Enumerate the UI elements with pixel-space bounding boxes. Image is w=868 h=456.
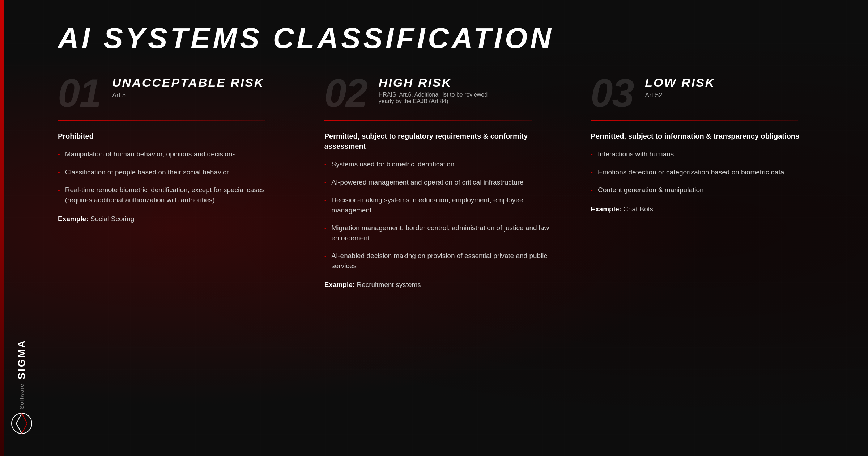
col3-example: Example: Chat Bots: [591, 205, 821, 213]
col3-title: LOW RISK: [645, 76, 715, 89]
col1-title: UNACCEPTABLE RISK: [112, 76, 264, 89]
list-item: Migration management, border control, ad…: [324, 223, 555, 243]
list-item: Classification of people based on their …: [58, 167, 288, 177]
col2-example-label: Example:: [324, 281, 355, 288]
col1-example-value: Social Scoring: [90, 215, 134, 223]
col1-title-block: UNACCEPTABLE RISK Art.5: [112, 73, 264, 99]
columns-container: 01 UNACCEPTABLE RISK Art.5 Prohibited Ma…: [58, 73, 839, 434]
sidebar-logo: SIGMA Software: [11, 339, 33, 434]
col3-title-block: LOW RISK Art.52: [645, 73, 715, 99]
col2-number: 02: [324, 73, 371, 113]
list-item: Content generation & manipulation: [591, 185, 821, 195]
col2-subtitle: HRAIS, Art.6, Additional list to be revi…: [379, 92, 494, 105]
col1-example-label: Example:: [58, 215, 88, 223]
list-item: Manipulation of human behavior, opinions…: [58, 149, 288, 159]
sigma-sub-text: Software: [19, 383, 25, 409]
list-item: Interactions with humans: [591, 149, 821, 159]
col2-section-label: Permitted, subject to regulatory require…: [324, 131, 555, 151]
col1-number: 01: [58, 73, 105, 113]
list-item: Emotions detection or categorization bas…: [591, 167, 821, 177]
col1-example: Example: Social Scoring: [58, 215, 288, 223]
col3-header: 03 LOW RISK Art.52: [591, 73, 821, 113]
column-low-risk: 03 LOW RISK Art.52 Permitted, subject to…: [573, 73, 839, 434]
col2-header: 02 HIGH RISK HRAIS, Art.6, Additional li…: [324, 73, 555, 113]
list-item: Systems used for biometric identificatio…: [324, 159, 555, 169]
col3-bullet-list: Interactions with humans Emotions detect…: [591, 149, 821, 195]
col3-example-value: Chat Bots: [623, 205, 653, 213]
sigma-logo-icon: [11, 413, 33, 434]
column-high-risk: 02 HIGH RISK HRAIS, Art.6, Additional li…: [306, 73, 573, 434]
list-item: Decision-making systems in education, em…: [324, 195, 555, 215]
left-accent: [0, 0, 4, 456]
col1-section-label: Prohibited: [58, 131, 288, 141]
col3-example-label: Example:: [591, 205, 621, 213]
col3-divider: [591, 120, 798, 121]
col2-title-block: HIGH RISK HRAIS, Art.6, Additional list …: [379, 73, 494, 105]
col1-divider: [58, 120, 265, 121]
page-content: AI SYSTEMS CLASSIFICATION 01 UNACCEPTABL…: [0, 0, 868, 456]
col1-bullet-list: Manipulation of human behavior, opinions…: [58, 149, 288, 205]
col1-header: 01 UNACCEPTABLE RISK Art.5: [58, 73, 288, 113]
list-item: AI-enabled decision making on provision …: [324, 251, 555, 271]
col2-bullet-list: Systems used for biometric identificatio…: [324, 159, 555, 271]
list-item: Real-time remote biometric identificatio…: [58, 185, 288, 205]
col1-subtitle: Art.5: [112, 92, 264, 99]
page-title: AI SYSTEMS CLASSIFICATION: [58, 22, 839, 55]
sigma-brand-text: SIGMA: [16, 339, 27, 380]
col2-example-value: Recruitment systems: [357, 281, 421, 288]
col3-section-label: Permitted, subject to information & tran…: [591, 131, 821, 141]
col3-number: 03: [591, 73, 638, 113]
list-item: AI-powered management and operation of c…: [324, 177, 555, 187]
col2-example: Example: Recruitment systems: [324, 281, 555, 289]
column-unacceptable-risk: 01 UNACCEPTABLE RISK Art.5 Prohibited Ma…: [58, 73, 306, 434]
svg-point-0: [12, 413, 32, 434]
col3-subtitle: Art.52: [645, 92, 715, 99]
col2-title: HIGH RISK: [379, 76, 494, 89]
col2-divider: [324, 120, 532, 121]
